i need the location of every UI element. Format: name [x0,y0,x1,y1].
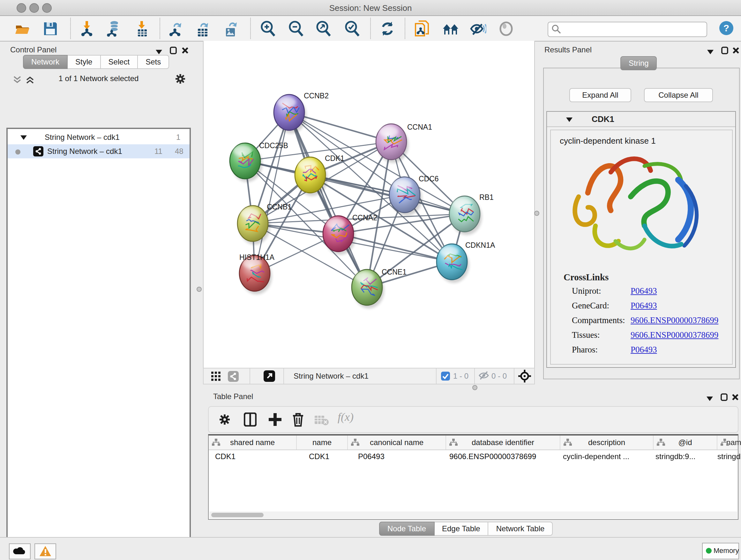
table-horizontal-scrollbar[interactable] [209,511,737,518]
network-options-gear-icon[interactable] [175,73,186,87]
table-cell[interactable]: stringdb [714,449,741,463]
float-panel-icon[interactable] [706,46,714,57]
maximize-panel-icon[interactable] [721,392,728,403]
network-node-CDC6[interactable]: CDC6 [389,175,439,216]
node-label: RB1 [479,193,494,201]
cytoscape-window: Session: New Session [0,0,741,560]
tab-style[interactable]: Style [68,55,100,69]
table-row[interactable]: CDK1CDK1P064939606.ENSP00000378699cyclin… [209,449,738,463]
crosslink-link[interactable]: 9606.ENSP00000378699 [630,315,718,326]
open-session-icon[interactable] [14,20,30,37]
fit-selected-crosshair-icon[interactable] [518,370,531,384]
table-cell[interactable]: CDK1 [209,449,296,463]
maximize-panel-icon[interactable] [721,45,729,57]
collapse-all-button[interactable]: Collapse All [644,88,713,102]
column-header-database-identifier[interactable]: database identifier [446,435,560,449]
share-network-icon[interactable] [228,371,239,384]
left-splitter-handle[interactable] [197,287,202,292]
close-panel-icon[interactable] [731,392,739,403]
show-graphics-eye-icon[interactable] [498,20,515,37]
tab-edge-table[interactable]: Edge Table [434,522,488,536]
expand-all-button[interactable]: Expand All [569,88,631,102]
node-label: CCNA1 [407,123,432,131]
float-panel-icon[interactable] [706,393,714,404]
memory-button[interactable]: Memory [702,543,739,559]
table-cell[interactable]: P06493 [347,449,444,463]
scrollbar-thumb[interactable] [211,513,264,517]
protein-structure-image [565,151,718,266]
add-column-icon[interactable] [268,413,282,429]
show-columns-icon[interactable] [244,413,257,429]
hide-graphics-eye-icon[interactable] [470,20,486,37]
network-tree-child-row[interactable]: String Network – cdk1 11 48 [8,144,190,159]
close-panel-icon[interactable] [181,45,189,57]
import-network-database-icon[interactable] [105,20,122,37]
network-node-RB1[interactable]: RB1 [449,193,494,235]
hidden-node-edge-counts: 0 - 0 [491,372,507,381]
zoom-fit-icon[interactable] [315,20,332,37]
column-header-description[interactable]: description [560,435,654,449]
column-header-name[interactable]: name [297,435,348,449]
refresh-icon[interactable] [379,20,396,37]
crosslink-label: Compartments: [572,315,625,326]
tab-network-table[interactable]: Network Table [488,522,553,536]
crosslink-link[interactable]: P06493 [630,345,657,355]
search-input[interactable] [548,22,707,37]
birdseye-grid-icon[interactable] [211,372,221,383]
crosslink-link[interactable]: 9606.ENSP00000378699 [630,330,718,340]
crosslink-link[interactable]: P06493 [630,301,657,311]
save-session-icon[interactable] [42,20,59,37]
cloud-status-button[interactable] [9,543,30,559]
export-table-icon[interactable] [195,20,211,37]
network-node-HIST1H1A[interactable]: HIST1H1A [239,253,275,294]
network-edge[interactable] [289,112,367,287]
node-count: 11 [154,144,162,159]
network-node-CCNE1[interactable]: CCNE1 [352,268,407,308]
cdk1-section-header[interactable]: CDK1 [547,112,735,127]
main-toolbar: ? [0,16,741,42]
zoom-selected-icon[interactable] [344,20,360,37]
network-node-CDKN1A[interactable]: CDKN1A [436,241,495,283]
table-cell[interactable]: 9606.ENSP00000378699 [444,449,558,463]
column-header-@id[interactable]: @id [654,435,718,449]
column-header-shared-name[interactable]: shared name [209,435,297,449]
export-image-icon[interactable] [223,20,239,37]
zoom-in-icon[interactable] [260,20,276,37]
network-collection-count: 1 [176,130,180,144]
tab-network[interactable]: Network [23,55,68,69]
tab-sets[interactable]: Sets [138,55,169,69]
column-header-namespace[interactable]: namespace [718,435,741,449]
crosslink-link[interactable]: P06493 [630,286,657,296]
tab-select[interactable]: Select [100,55,138,69]
column-header-canonical-name[interactable]: canonical name [348,435,446,449]
collapse-section-icon[interactable] [566,117,573,123]
share-document-icon[interactable] [414,20,430,37]
network-edge[interactable] [255,112,289,273]
table-cell[interactable]: cyclin-dependent ... [558,449,650,463]
home-icon[interactable] [442,20,459,37]
network-node-CDK1[interactable]: CDK1 [295,154,344,196]
results-tab-string[interactable]: String [620,56,657,70]
crosslinks-list: Uniprot:P06493GeneCard:P06493Compartment… [551,286,732,360]
network-canvas[interactable]: CCNB2CCNA1CDC25BCDK1CDC6RB1CCNB1CCNA2CDK… [203,41,535,368]
import-table-icon[interactable] [134,20,151,37]
network-selection-status: 1 of 1 Network selected [0,74,197,83]
table-cell[interactable]: CDK1 [296,449,347,463]
network-tree-root-row[interactable]: String Network – cdk1 1 [8,130,190,144]
selected-checkbox-icon[interactable] [441,372,450,382]
import-network-file-icon[interactable] [78,20,95,37]
network-node-CCNB2[interactable]: CCNB2 [274,91,329,133]
export-network-icon[interactable] [167,20,184,37]
close-panel-icon[interactable] [732,45,740,57]
network-node-CCNA2[interactable]: CCNA2 [323,213,377,255]
network-node-CCNA1[interactable]: CCNA1 [376,123,432,163]
table-cell[interactable]: stringdb:9... [650,449,714,463]
delete-column-icon[interactable] [292,412,305,430]
table-options-gear-icon[interactable] [219,414,230,428]
maximize-panel-icon[interactable] [170,45,178,57]
help-button[interactable]: ? [719,20,734,36]
open-in-new-window-icon[interactable] [264,370,275,384]
warning-status-button[interactable] [35,543,56,559]
zoom-out-icon[interactable] [288,20,305,37]
tab-node-table[interactable]: Node Table [379,522,434,536]
